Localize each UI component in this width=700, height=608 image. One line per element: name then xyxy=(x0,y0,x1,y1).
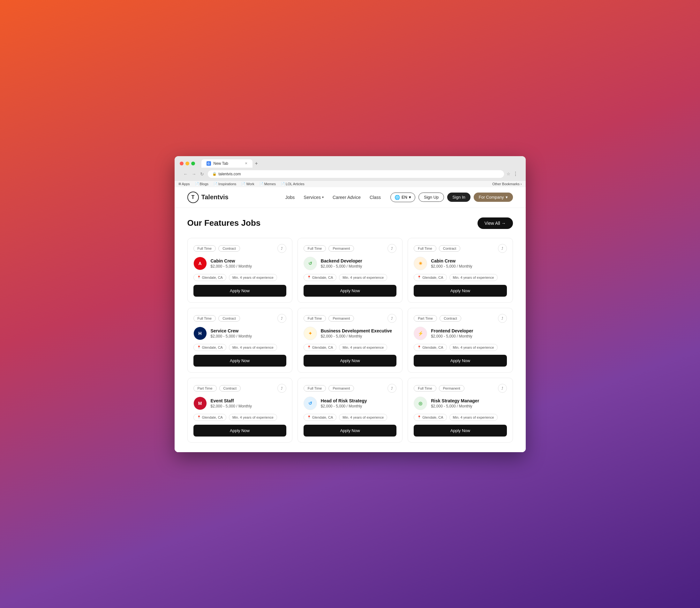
share-button[interactable]: ⤴ xyxy=(498,314,507,323)
nav-class[interactable]: Class xyxy=(370,195,381,200)
company-logo: M xyxy=(193,397,207,410)
job-meta: 📍 Glendale, CA Min. 4 years of experienc… xyxy=(414,344,507,351)
job-tag: Full Time xyxy=(304,245,326,252)
job-salary: $2,000 - 5,000 / Monthly xyxy=(321,264,362,269)
apply-now-button[interactable]: Apply Now xyxy=(414,355,507,366)
tab-label: New Tab xyxy=(214,161,228,166)
secure-icon: 🔒 xyxy=(212,172,217,176)
address-bar[interactable]: 🔒 talentvis.com xyxy=(208,170,504,178)
nav-class-label: Class xyxy=(370,195,381,200)
share-button[interactable]: ⤴ xyxy=(498,244,507,253)
job-card: Full TimePermanent ⤴ ✦ Business Developm… xyxy=(297,308,403,373)
nav-jobs[interactable]: Jobs xyxy=(285,195,295,200)
company-logo: ⚡ xyxy=(414,327,427,340)
job-tag: Full Time xyxy=(304,315,326,322)
language-button[interactable]: 🌐 EN ▾ xyxy=(390,193,415,202)
apps-icon: ⊞ xyxy=(178,182,181,186)
maximize-button[interactable] xyxy=(191,162,195,166)
bookmark-lol[interactable]: 📄 LOL Articles xyxy=(281,182,305,186)
signin-button[interactable]: Sign In xyxy=(447,193,470,202)
bookmark-icon[interactable]: ☆ xyxy=(507,171,510,176)
apply-now-button[interactable]: Apply Now xyxy=(193,285,286,297)
share-button[interactable]: ⤴ xyxy=(277,244,286,253)
job-tag: Permanent xyxy=(328,245,354,252)
job-card: Full TimeContract ⤴ ☀ Cabin Crew $2,000 … xyxy=(408,238,513,303)
experience-badge: Min. 4 years of experience xyxy=(339,344,387,351)
nav-services[interactable]: Services ▾ xyxy=(304,195,324,200)
card-tags: Full TimeContract ⤴ xyxy=(193,244,286,253)
experience-badge: Min. 4 years of experience xyxy=(449,344,498,351)
job-tag: Contract xyxy=(218,245,240,252)
job-card: Full TimeContract ⤴ A Cabin Crew $2,000 … xyxy=(187,238,292,303)
logo-circle: T xyxy=(187,192,199,203)
bookmark-blogs[interactable]: 📄 Blogs xyxy=(195,182,209,186)
card-tags: Full TimePermanent ⤴ xyxy=(304,384,396,393)
bookmark-inspirations[interactable]: 📄 Inspirations xyxy=(214,182,236,186)
share-button[interactable]: ⤴ xyxy=(277,314,286,323)
nav-career-advice[interactable]: Career Advice xyxy=(333,195,361,200)
job-title: Cabin Crew xyxy=(431,258,472,263)
for-company-button[interactable]: For Company ▾ xyxy=(474,193,513,202)
browser-tab[interactable]: G New Tab ✕ xyxy=(201,159,252,168)
share-button[interactable]: ⤴ xyxy=(277,384,286,393)
job-title: Event Staff xyxy=(211,398,252,403)
nav-links: Jobs Services ▾ Career Advice Class xyxy=(285,195,381,200)
job-title: Backend Developer xyxy=(321,258,362,263)
company-label: For Company xyxy=(479,195,504,200)
job-salary: $2,000 - 5,000 / Monthly xyxy=(431,404,479,408)
new-tab-button[interactable]: + xyxy=(252,159,260,168)
share-button[interactable]: ⤴ xyxy=(498,384,507,393)
bookmark-work[interactable]: 📄 Work xyxy=(241,182,254,186)
job-info: ☀ Cabin Crew $2,000 - 5,000 / Monthly xyxy=(414,257,507,270)
company-logo: ☀ xyxy=(414,257,427,270)
job-salary: $2,000 - 5,000 / Monthly xyxy=(211,334,252,339)
signup-button[interactable]: Sign Up xyxy=(419,193,444,202)
view-all-label: View All → xyxy=(485,221,506,226)
share-icon: ⤴ xyxy=(502,317,503,320)
back-button[interactable]: ← xyxy=(182,170,189,178)
job-details: Frontend Developer $2,000 - 5,000 / Mont… xyxy=(431,328,473,339)
share-button[interactable]: ⤴ xyxy=(388,384,396,393)
company-logo: A xyxy=(193,257,207,270)
job-card: Part TimeContract ⤴ ⚡ Frontend Developer… xyxy=(408,308,513,373)
refresh-button[interactable]: ↻ xyxy=(199,170,205,178)
apply-now-button[interactable]: Apply Now xyxy=(414,285,507,297)
view-all-button[interactable]: View All → xyxy=(478,217,513,229)
job-meta: 📍 Glendale, CA Min. 4 years of experienc… xyxy=(193,274,286,281)
job-card: Full TimePermanent ⤴ ↺ Backend Developer… xyxy=(297,238,403,303)
location-badge: 📍 Glendale, CA xyxy=(414,274,447,281)
apply-now-button[interactable]: Apply Now xyxy=(304,285,396,297)
logo-text: Talentvis xyxy=(201,193,229,201)
job-info: ↺ Backend Developer $2,000 - 5,000 / Mon… xyxy=(304,257,396,270)
bookmark-work-label: Work xyxy=(246,182,254,186)
job-title: Head of Risk Strategy xyxy=(321,398,367,403)
signup-label: Sign Up xyxy=(424,195,439,200)
tab-close-button[interactable]: ✕ xyxy=(245,162,247,165)
logo[interactable]: T Talentvis xyxy=(187,192,229,203)
work-icon: 📄 xyxy=(241,182,245,186)
job-meta: 📍 Glendale, CA Min. 4 years of experienc… xyxy=(193,414,286,421)
location-pin-icon: 📍 xyxy=(307,415,311,419)
minimize-button[interactable] xyxy=(186,162,189,166)
menu-icon[interactable]: ⋮ xyxy=(513,171,518,177)
job-tag: Full Time xyxy=(193,315,216,322)
close-button[interactable] xyxy=(180,162,183,166)
company-logo: H xyxy=(193,327,207,340)
forward-button[interactable]: → xyxy=(191,170,198,178)
share-button[interactable]: ⤴ xyxy=(388,314,396,323)
job-salary: $2,000 - 5,000 / Monthly xyxy=(431,264,472,269)
share-button[interactable]: ⤴ xyxy=(388,244,396,253)
bookmark-other[interactable]: Other Bookmarks › xyxy=(492,182,522,186)
apply-now-button[interactable]: Apply Now xyxy=(193,355,286,366)
apply-now-button[interactable]: Apply Now xyxy=(193,425,286,437)
main-section: Our Features Jobs View All → Full TimeCo… xyxy=(175,208,526,452)
apply-now-button[interactable]: Apply Now xyxy=(304,425,396,437)
bookmark-memes[interactable]: 📄 Memes xyxy=(259,182,276,186)
share-icon: ⤴ xyxy=(502,386,503,390)
bookmark-apps[interactable]: ⊞ Apps xyxy=(178,182,190,186)
apply-now-button[interactable]: Apply Now xyxy=(304,355,396,366)
experience-badge: Min. 4 years of experience xyxy=(229,344,277,351)
memes-icon: 📄 xyxy=(259,182,263,186)
company-logo: ↺ xyxy=(304,397,317,410)
apply-now-button[interactable]: Apply Now xyxy=(414,425,507,437)
